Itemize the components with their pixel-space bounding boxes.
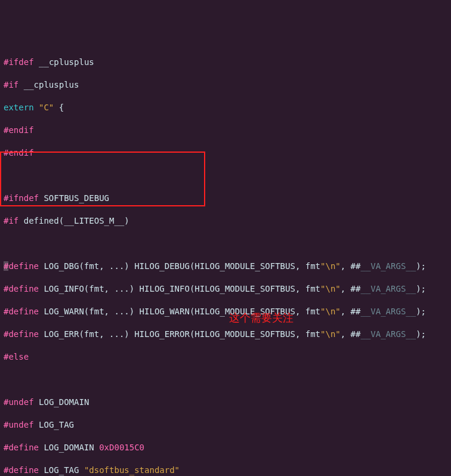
code-line: #undef LOG_DOMAIN bbox=[4, 397, 447, 408]
blank-line bbox=[4, 170, 447, 181]
code-line: #endif bbox=[4, 125, 447, 136]
code-line: #define LOG_DBG(fmt, ...) HILOG_DEBUG(HI… bbox=[4, 261, 447, 272]
code-line: #else bbox=[4, 351, 447, 363]
blank-line bbox=[4, 374, 447, 385]
code-line: #undef LOG_TAG bbox=[4, 419, 447, 431]
code-line: #define LOG_DOMAIN 0xD0015C0 bbox=[4, 442, 447, 453]
code-line: #define LOG_TAG "dsoftbus_standard" bbox=[4, 465, 447, 476]
code-line: #ifdef __cplusplus bbox=[4, 57, 447, 68]
annotation-text: 这个需要关注 bbox=[229, 313, 294, 324]
code-line: #define LOG_WARN(fmt, ...) HILOG_WARN(HI… bbox=[4, 306, 447, 317]
code-line: #ifndef SOFTBUS_DEBUG bbox=[4, 193, 447, 204]
code-line: #define LOG_ERR(fmt, ...) HILOG_ERROR(HI… bbox=[4, 329, 447, 340]
blank-line bbox=[4, 238, 447, 249]
code-line: #if __cplusplus bbox=[4, 79, 447, 91]
code-block: #ifdef __cplusplus #if __cplusplus exter… bbox=[0, 45, 451, 476]
code-line: #endif bbox=[4, 147, 447, 159]
code-line: extern "C" { bbox=[4, 102, 447, 113]
code-line: #define LOG_INFO(fmt, ...) HILOG_INFO(HI… bbox=[4, 283, 447, 295]
code-line: #if defined(__LITEOS_M__) bbox=[4, 215, 447, 227]
